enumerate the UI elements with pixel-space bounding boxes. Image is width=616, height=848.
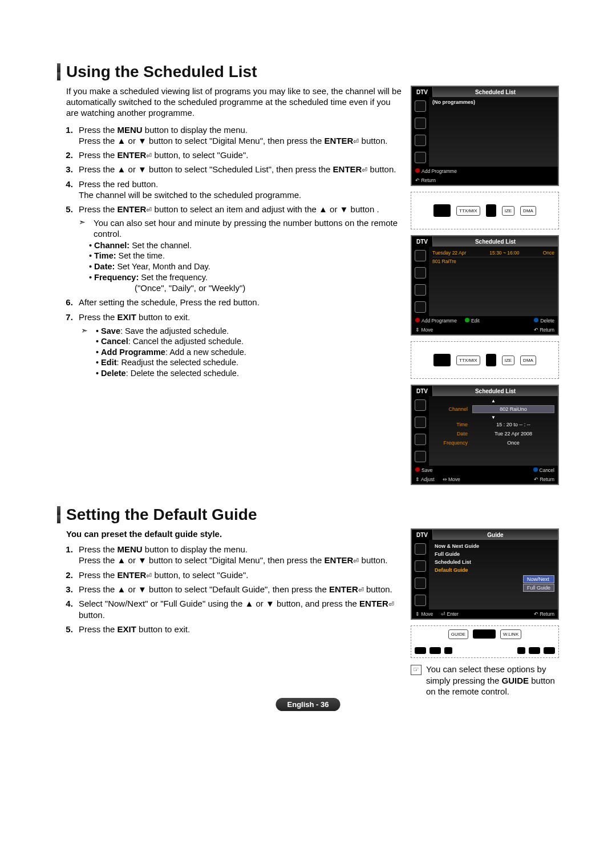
option-now-next: Now/Next [523,575,554,583]
text: button. [364,584,392,594]
enter-icon: ⏎ [353,138,359,146]
osd-scheduled-list-empty: DTV Scheduled List (No programmes) A [411,86,559,186]
remote-control-strip: TTX/MIX IZE DMA [411,192,559,229]
exit-label: EXIT [117,312,136,322]
text: Press the [79,624,117,634]
opt-date: Date: Set Year, Month and Day. [89,261,402,272]
opt-frequency: Frequency: Set the frequency. [89,272,402,283]
text: button to exit. [136,312,190,322]
menu-label: MENU [117,544,143,554]
enter-icon: ⏎ [388,600,394,608]
text: Press the [79,125,117,135]
enter-label: ENTER [325,555,354,565]
step-7: Press the EXIT button to exit. [75,312,402,322]
osd-title: Scheduled List [433,236,558,247]
osd-sidebar [412,396,429,466]
guide-label: GUIDE [502,676,529,685]
dma-button: DMA [520,356,536,365]
enter-icon: ⏎ [146,152,152,160]
s2-step-2: Press the ENTER⏎ button, to select "Guid… [75,570,402,580]
note-number-buttons: You can also set hour and minute by pres… [79,217,402,239]
text: Press the ▲ or ▼ button to select "Digit… [79,136,325,146]
detail-frequency: FrequencyOnce [431,438,556,447]
remote-button-shape [433,354,451,366]
text: Press the ▲ or ▼ button to select "Sched… [79,164,333,174]
edit-hint: Edit [465,318,480,324]
step-5: Press the ENTER⏎ button to select an ite… [75,204,402,293]
s2-step-3: Press the ▲ or ▼ button to select "Defau… [75,584,402,595]
text: Press the [79,204,117,214]
s2-step-1: Press the MENU button to display the men… [75,544,402,566]
exit-label: EXIT [117,624,136,634]
delete-hint: Delete [534,318,554,324]
guide-item-scheduled: Scheduled List [432,558,554,566]
return-hint: ↶ Return [415,177,436,183]
menu-icon [415,399,426,411]
dma-button: DMA [520,206,536,216]
text: button to select an item and adjust with… [152,204,379,214]
move-hint: ⇔ Move [443,477,460,482]
guide-button: GUIDE [448,629,468,639]
text: button. [79,610,105,620]
enter-icon: ⏎ [146,206,152,214]
detail-time: Time15 : 20 to -- : -- [431,420,556,429]
text: button. [367,164,396,174]
enter-icon: ⏎ [362,166,367,174]
enter-label: ENTER [325,136,354,146]
section2-preface: You can preset the default guide style. [57,528,402,539]
row-time: 15:30 ~ 16:00 [489,250,519,256]
move-hint: ⇕ Move [415,611,433,617]
ttx-mix-button: TTX/MIX [456,356,480,365]
dtv-badge: DTV [412,87,433,97]
fn-cancel: Cancel: Cancel the adjusted schedule. [96,336,402,347]
menu-icon [415,135,426,146]
step-3: Press the ▲ or ▼ button to select "Sched… [75,164,402,175]
triangle-up-icon: ▲ [431,398,556,403]
menu-icon [415,250,426,261]
remote-button-shape [486,204,496,217]
return-hint: ↶ Return [534,611,554,617]
enter-label: ENTER [333,164,362,174]
enter-hint: ⏎ Enter [441,611,459,617]
menu-icon [415,152,426,163]
text: Press the [79,312,117,322]
remote-button-shape [529,647,540,654]
section1-intro: If you make a scheduled viewing list of … [57,86,402,119]
text: Press the ▲ or ▼ button to select "Digit… [79,555,325,565]
section2-title: Setting the Default Guide [66,506,257,524]
footnote-block: Save: Save the adjusted schedule. Cancel… [81,326,402,379]
adjust-hint: ⇕ Adjust [415,477,435,482]
guide-item-now-next: Now & Next Guide [432,542,554,550]
osd-scheduled-list-populated: DTV Scheduled List Tuesday 22 Apr 15:30 … [411,235,559,336]
menu-icon [415,284,426,296]
enter-icon: ⏎ [358,586,364,594]
remote-button-shape [444,647,452,654]
text: Press the [79,544,117,554]
osd-sidebar [412,97,429,167]
row-channel: 801 RaiTre [432,257,554,265]
save-hint: Save [415,467,432,473]
frequency-options: ("Once", "Daily", or "Weekly") [79,282,402,293]
text: The channel will be switched to the sche… [79,190,301,200]
fn-edit: Edit: Readjust the selected schedule. [96,357,402,368]
remote-control-strip: GUIDE W.LINK [411,625,559,658]
cancel-hint: Cancel [533,467,554,473]
enter-label: ENTER [359,599,388,608]
row-once: Once [543,250,554,256]
text: button. [359,555,387,565]
text: button to exit. [136,624,190,634]
opt-channel: Channel: Set the channel. [89,240,402,251]
s2-step-5: Press the EXIT button to exit. [75,624,402,635]
section1-title: Using the Scheduled List [66,63,257,81]
add-programme-hint: Add Programme [415,318,457,324]
text: button to display the menu. [143,544,248,554]
ttx-mix-button: TTX/MIX [456,206,480,216]
menu-icon [415,595,426,606]
remote-button-shape [429,647,441,654]
text: button to display the menu. [143,125,248,135]
triangle-down-icon: ▼ [431,415,556,420]
text: Press the [79,150,117,160]
menu-icon [415,434,426,445]
enter-label: ENTER [117,570,147,580]
text: Select "Now/Next" or "Full Guide" using … [79,599,359,608]
